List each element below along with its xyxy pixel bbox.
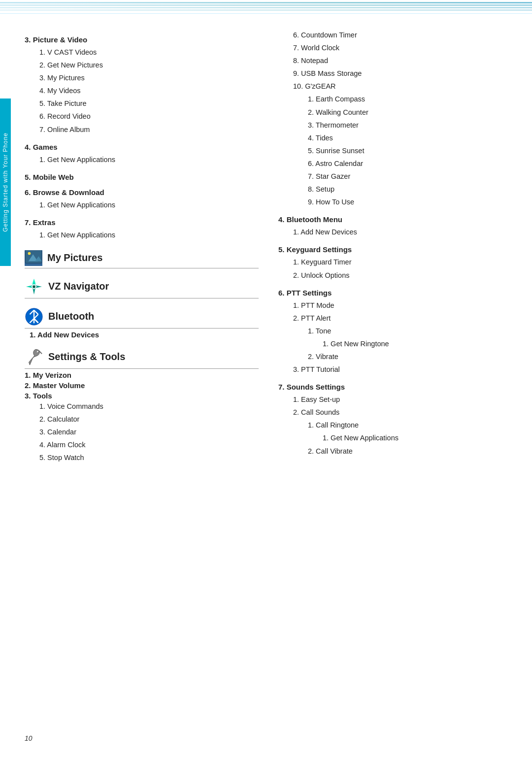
list-item: 5. Take Picture <box>25 97 259 110</box>
stripe-1 <box>0 2 532 3</box>
list-item: 2. Vibrate <box>278 350 512 363</box>
section-mobile-web: 5. Mobile Web <box>25 173 259 181</box>
stripe-3 <box>0 7 532 8</box>
list-item: 1. Voice Commands <box>25 400 259 413</box>
list-item: 7. Online Album <box>25 123 259 136</box>
list-item: 1. Earth Compass <box>278 93 512 105</box>
list-item: 5. Sunrise Sunset <box>278 144 512 157</box>
list-item: 9. USB Mass Storage <box>278 67 512 80</box>
section-picture-video: 3. Picture & Video 1. V CAST Videos 2. G… <box>25 35 259 136</box>
sounds-settings-section: 7. Sounds Settings 1. Easy Set-up 2. Cal… <box>278 383 512 457</box>
settings-tools-items: 1. My Verizon 2. Master Volume 3. Tools … <box>25 371 259 464</box>
list-item: 1. Get New Applications <box>25 229 259 241</box>
my-pictures-section: My Pictures <box>25 250 259 268</box>
list-item: 2. Call Vibrate <box>278 445 512 458</box>
bluetooth-menu-heading: 4. Bluetooth Menu <box>278 215 512 224</box>
section-extras: 7. Extras 1. Get New Applications <box>25 218 259 241</box>
settings-icon <box>25 348 43 366</box>
list-item: 8. Setup <box>278 183 512 196</box>
page-number: 10 <box>25 734 33 742</box>
section6-heading: 6. Browse & Download <box>25 188 259 197</box>
bluetooth-menu-section: 4. Bluetooth Menu 1. Add New Devices <box>278 215 512 238</box>
list-item: 6. Countdown Timer <box>278 29 512 41</box>
stripe-2 <box>0 4 532 6</box>
list-item: 2. Walking Counter <box>278 106 512 119</box>
ptt-settings-section: 6. PTT Settings 1. PTT Mode 2. PTT Alert… <box>278 289 512 376</box>
section5-heading: 5. Mobile Web <box>25 173 259 181</box>
list-item: 9. How To Use <box>278 196 512 208</box>
list-item: 8. Notepad <box>278 54 512 67</box>
list-item: 3. Thermometer <box>278 119 512 132</box>
my-verizon-heading: 1. My Verizon <box>25 371 259 379</box>
settings-tools-title: Settings & Tools <box>48 351 125 362</box>
tools-continued: 6. Countdown Timer 7. World Clock 8. Not… <box>278 29 512 80</box>
svg-marker-7 <box>35 285 42 288</box>
list-item: 1. Easy Set-up <box>278 393 512 406</box>
section-games: 4. Games 1. Get New Applications <box>25 143 259 166</box>
ptt-settings-heading: 6. PTT Settings <box>278 289 512 297</box>
list-item: 1. Get New Ringtone <box>278 337 512 350</box>
stripe-4 <box>0 9 532 11</box>
list-item: 6. Astro Calendar <box>278 157 512 170</box>
vz-navigator-section: VZ Navigator <box>25 277 259 298</box>
pictures-icon <box>25 250 42 266</box>
svg-marker-5 <box>33 288 35 295</box>
bluetooth-subsection: 1. Add New Devices <box>25 330 259 339</box>
left-column: 3. Picture & Video 1. V CAST Videos 2. G… <box>25 29 259 464</box>
gzgear-heading: 10. G'zGEAR <box>278 80 512 93</box>
list-item: 3. Calendar <box>25 426 259 438</box>
side-tab-label: Getting Started with Your Phone <box>2 132 9 232</box>
right-column: 6. Countdown Timer 7. World Clock 8. Not… <box>268 29 512 464</box>
svg-marker-6 <box>26 285 33 288</box>
svg-point-3 <box>28 252 31 255</box>
list-item: 1. Get New Applications <box>25 153 259 166</box>
list-item: 1. Get New Applications <box>25 198 259 211</box>
sounds-settings-heading: 7. Sounds Settings <box>278 383 512 391</box>
list-item: 3. PTT Tutorial <box>278 363 512 376</box>
list-item: 7. Star Gazer <box>278 170 512 183</box>
vz-navigator-title: VZ Navigator <box>48 281 109 292</box>
master-volume-heading: 2. Master Volume <box>25 381 259 390</box>
list-item: 1. Keyguard Timer <box>278 256 512 268</box>
add-new-devices-heading: 1. Add New Devices <box>25 330 259 339</box>
page-container: Getting Started with Your Phone 3. Pictu… <box>0 0 532 757</box>
list-item: 3. My Pictures <box>25 71 259 84</box>
list-item: 1. PTT Mode <box>278 299 512 312</box>
top-stripes <box>0 0 532 14</box>
section7-heading: 7. Extras <box>25 218 259 227</box>
list-item: 1. Add New Devices <box>278 226 512 238</box>
list-item: 5. Stop Watch <box>25 451 259 464</box>
bluetooth-icon <box>25 307 43 326</box>
side-tab: Getting Started with Your Phone <box>0 99 11 266</box>
list-item: 2. Calculator <box>25 413 259 426</box>
list-item: 2. Call Sounds <box>278 406 512 419</box>
list-item: 4. Tides <box>278 132 512 144</box>
keyguard-settings-heading: 5. Keyguard Settings <box>278 245 512 254</box>
tools-heading: 3. Tools <box>25 392 259 400</box>
list-item: 1. V CAST Videos <box>25 46 259 59</box>
list-item: 2. PTT Alert <box>278 312 512 325</box>
bluetooth-title: Bluetooth <box>48 311 94 322</box>
navigator-icon <box>25 277 43 296</box>
section-browse-download: 6. Browse & Download 1. Get New Applicat… <box>25 188 259 211</box>
section3-heading: 3. Picture & Video <box>25 35 259 44</box>
svg-point-9 <box>33 285 35 288</box>
list-item: 1. Call Ringtone <box>278 419 512 431</box>
keyguard-settings-section: 5. Keyguard Settings 1. Keyguard Timer 2… <box>278 245 512 281</box>
list-item: 2. Unlock Options <box>278 269 512 282</box>
bluetooth-section: Bluetooth <box>25 307 259 329</box>
list-item: 1. Tone <box>278 325 512 337</box>
list-item: 2. Get New Pictures <box>25 59 259 71</box>
my-pictures-title: My Pictures <box>47 252 102 263</box>
list-item: 7. World Clock <box>278 41 512 54</box>
section4-heading: 4. Games <box>25 143 259 151</box>
list-item: 4. Alarm Clock <box>25 438 259 451</box>
list-item: 1. Get New Applications <box>278 431 512 444</box>
content-area: 3. Picture & Video 1. V CAST Videos 2. G… <box>0 14 532 484</box>
list-item: 4. My Videos <box>25 84 259 97</box>
settings-tools-section: Settings & Tools <box>25 348 259 369</box>
gzgear-section: 10. G'zGEAR 1. Earth Compass 2. Walking … <box>278 80 512 208</box>
list-item: 6. Record Video <box>25 110 259 123</box>
